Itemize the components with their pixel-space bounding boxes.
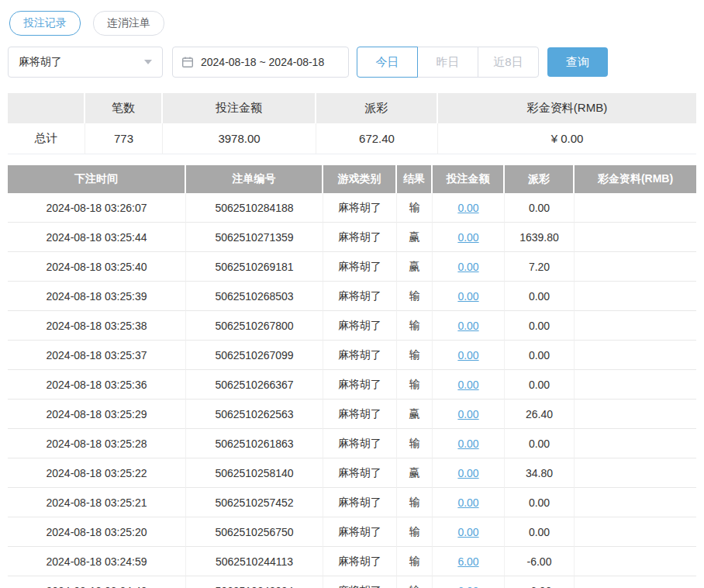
date-range-picker[interactable]: 2024-08-18 ~ 2024-08-18 xyxy=(172,47,349,78)
cell-result: 输 xyxy=(397,576,433,588)
summary-header-count: 笔数 xyxy=(85,93,163,123)
cell-payout: 0.00 xyxy=(505,370,575,399)
cell-bet-amount: 0.00 xyxy=(433,341,505,370)
summary-total-label: 总计 xyxy=(8,123,85,154)
table-row: 2024-08-18 03:25:38 5062510267800 麻将胡了 输… xyxy=(8,311,696,341)
quick-button-last8days[interactable]: 近8日 xyxy=(478,47,539,78)
bet-amount-link[interactable]: 0.00 xyxy=(457,438,478,450)
table-row: 2024-08-18 03:25:36 5062510266367 麻将胡了 输… xyxy=(8,370,696,399)
header-game-type: 游戏类别 xyxy=(323,165,397,193)
cell-bet-amount: 0.00 xyxy=(433,429,505,458)
bet-amount-link[interactable]: 0.00 xyxy=(457,202,478,214)
bet-amount-link[interactable]: 0.00 xyxy=(457,261,478,273)
cell-bet-amount: 0.00 xyxy=(433,517,505,547)
header-bet-time: 下注时间 xyxy=(8,165,186,193)
tab-cancelled-orders[interactable]: 连消注单 xyxy=(93,11,164,36)
bet-amount-link[interactable]: 0.00 xyxy=(457,379,478,391)
summary-header-bet-amount: 投注金额 xyxy=(163,93,316,123)
table-row: 2024-08-18 03:25:22 5062510258140 麻将胡了 赢… xyxy=(8,458,696,488)
header-bet-amount: 投注金额 xyxy=(433,165,505,193)
cell-payout: 0.00 xyxy=(505,517,575,547)
betting-records-page: 投注记录 连消注单 麻将胡了 2024-08-18 ~ 2024-08-18 今… xyxy=(0,0,704,588)
cell-result: 输 xyxy=(397,282,433,311)
table-row: 2024-08-18 03:25:21 5062510257452 麻将胡了 输… xyxy=(8,488,696,517)
cell-order-id: 5062510262563 xyxy=(186,399,323,429)
cell-game-type: 麻将胡了 xyxy=(323,282,397,311)
table-row: 2024-08-18 03:24:48 5062510242094 麻将胡了 输… xyxy=(8,576,696,588)
cell-bet-amount: 0.00 xyxy=(433,370,505,399)
cell-bet-amount: 0.00 xyxy=(433,311,505,341)
cell-game-type: 麻将胡了 xyxy=(323,458,397,488)
cell-order-id: 5062510268503 xyxy=(186,282,323,311)
cell-bonus xyxy=(575,517,696,547)
bet-table-body: 2024-08-18 03:26:07 5062510284188 麻将胡了 输… xyxy=(8,193,696,588)
cell-order-id: 5062510267800 xyxy=(186,311,323,341)
bet-amount-link[interactable]: 0.00 xyxy=(457,467,478,479)
quick-button-yesterday[interactable]: 昨日 xyxy=(417,47,478,78)
tab-betting-records[interactable]: 投注记录 xyxy=(9,11,81,36)
cell-game-type: 麻将胡了 xyxy=(323,311,397,341)
cell-payout: 0.00 xyxy=(505,488,575,517)
summary-total-count: 773 xyxy=(85,123,163,154)
cell-result: 输 xyxy=(397,547,433,576)
cell-order-id: 5062510261863 xyxy=(186,429,323,458)
cell-bet-time: 2024-08-18 03:25:36 xyxy=(8,370,186,399)
cell-game-type: 麻将胡了 xyxy=(323,429,397,458)
cell-game-type: 麻将胡了 xyxy=(323,488,397,517)
cell-result: 赢 xyxy=(397,252,433,282)
cell-bet-amount: 0.00 xyxy=(433,193,505,223)
table-row: 2024-08-18 03:25:37 5062510267099 麻将胡了 输… xyxy=(8,341,696,370)
cell-result: 输 xyxy=(397,429,433,458)
cell-payout: 1639.80 xyxy=(505,223,575,252)
bet-amount-link[interactable]: 0.00 xyxy=(457,231,478,244)
bet-amount-link[interactable]: 6.00 xyxy=(457,555,478,568)
cell-bonus xyxy=(575,370,696,399)
cell-bet-time: 2024-08-18 03:25:38 xyxy=(8,311,186,341)
cell-bet-time: 2024-08-18 03:25:40 xyxy=(8,252,186,282)
header-payout: 派彩 xyxy=(505,165,575,193)
cell-bet-amount: 0.00 xyxy=(433,399,505,429)
cell-result: 赢 xyxy=(397,399,433,429)
cell-bonus xyxy=(575,311,696,341)
summary-header-bonus: 彩金资料(RMB) xyxy=(438,93,696,123)
summary-header-payout: 派彩 xyxy=(316,93,438,123)
table-row: 2024-08-18 03:25:29 5062510262563 麻将胡了 赢… xyxy=(8,399,696,429)
cell-bet-time: 2024-08-18 03:25:29 xyxy=(8,399,186,429)
bet-amount-link[interactable]: 6.00 xyxy=(457,585,478,588)
cell-payout: 34.80 xyxy=(505,458,575,488)
cell-bet-time: 2024-08-18 03:25:20 xyxy=(8,517,186,547)
cell-bonus xyxy=(575,488,696,517)
bet-amount-link[interactable]: 0.00 xyxy=(457,349,478,361)
search-button[interactable]: 查询 xyxy=(547,47,608,77)
cell-bonus xyxy=(575,399,696,429)
bet-amount-link[interactable]: 0.00 xyxy=(457,320,478,332)
cell-result: 输 xyxy=(397,193,433,223)
bet-amount-link[interactable]: 0.00 xyxy=(457,408,478,420)
cell-game-type: 麻将胡了 xyxy=(323,517,397,547)
bet-amount-link[interactable]: 0.00 xyxy=(457,496,478,509)
bet-records-table: 下注时间 注单编号 游戏类别 结果 投注金额 派彩 彩金资料(RMB) 2024… xyxy=(8,165,696,588)
cell-bet-amount: 6.00 xyxy=(433,576,505,588)
bet-amount-link[interactable]: 0.00 xyxy=(457,526,478,538)
cell-payout: -6.00 xyxy=(505,547,575,576)
cell-result: 输 xyxy=(397,311,433,341)
quick-button-today[interactable]: 今日 xyxy=(357,47,418,78)
cell-result: 输 xyxy=(397,370,433,399)
cell-order-id: 5062510244113 xyxy=(186,547,323,576)
cell-game-type: 麻将胡了 xyxy=(323,223,397,252)
summary-header-empty xyxy=(8,93,85,123)
cell-bonus xyxy=(575,252,696,282)
cell-bet-amount: 0.00 xyxy=(433,223,505,252)
bet-amount-link[interactable]: 0.00 xyxy=(457,290,478,303)
cell-order-id: 5062510242094 xyxy=(186,576,323,588)
cell-game-type: 麻将胡了 xyxy=(323,370,397,399)
cell-bet-time: 2024-08-18 03:25:44 xyxy=(8,223,186,252)
table-row: 2024-08-18 03:25:20 5062510256750 麻将胡了 输… xyxy=(8,517,696,547)
cell-order-id: 5062510284188 xyxy=(186,193,323,223)
bet-table-header-row: 下注时间 注单编号 游戏类别 结果 投注金额 派彩 彩金资料(RMB) xyxy=(8,165,696,193)
cell-payout: 0.00 xyxy=(505,282,575,311)
cell-bet-amount: 0.00 xyxy=(433,488,505,517)
cell-game-type: 麻将胡了 xyxy=(323,547,397,576)
quick-date-group: 今日 昨日 近8日 xyxy=(357,47,539,78)
game-select[interactable]: 麻将胡了 xyxy=(8,47,163,78)
